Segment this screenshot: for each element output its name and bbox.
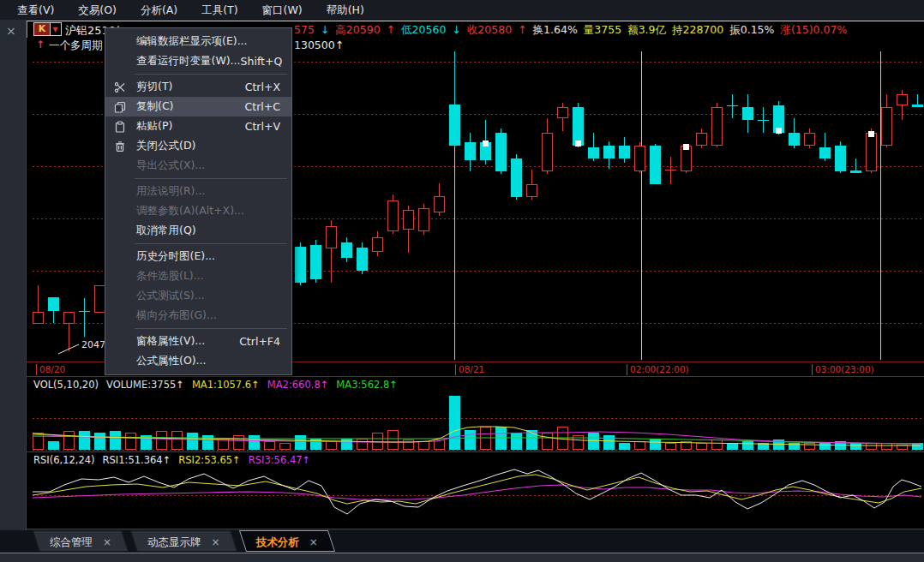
quote-field: 高20590	[335, 23, 380, 38]
copy-icon	[113, 100, 127, 114]
menu-item-label: 取消常用(Q)	[136, 224, 196, 238]
menu-separator	[135, 328, 287, 329]
quote-field: 量3755	[584, 23, 621, 38]
menu-item-label: 窗格属性(V)...	[136, 334, 205, 349]
bottom-tab-bar: 综合管理×动态显示牌×技术分析×	[0, 530, 924, 553]
menu-item-label: 编辑数据栏显示项(E)...	[136, 34, 248, 49]
up-arrow-icon: ↑	[36, 39, 45, 51]
context-menu-item-16: 横向分布图(G)...	[105, 306, 291, 326]
menubar: 查看(V)交易(O)分析(A)工具(T)窗口(W)帮助(H)	[0, 0, 924, 20]
tab-2[interactable]: 技术分析×	[243, 530, 332, 552]
tab-close-icon[interactable]: ×	[96, 536, 125, 548]
close-icon[interactable]: ×	[6, 25, 16, 37]
tab-label: 综合管理	[36, 535, 96, 548]
chart-lines-svg	[27, 377, 924, 452]
tab-close-icon[interactable]: ×	[303, 536, 332, 548]
tab-1[interactable]: 动态显示牌×	[134, 530, 234, 552]
chevron-down-icon[interactable]: ▼	[50, 22, 62, 36]
menu-separator	[135, 74, 287, 75]
menu-item-label: 横向分布图(G)...	[136, 308, 217, 323]
k-chart-button[interactable]: K	[33, 22, 51, 36]
context-menu-item-13[interactable]: 历史分时图(E)...	[105, 247, 291, 266]
quote-data-strip: 575↓高20590↑低20560↓收20580↑换1.64%量3755额3.9…	[294, 23, 847, 38]
menu-item-label: 公式属性(O)...	[136, 354, 207, 368]
menubar-item-4[interactable]: 窗口(W)	[250, 0, 315, 20]
menu-item-shortcut: Ctrl+X	[245, 81, 280, 93]
menu-item-shortcut: Ctrl+C	[245, 100, 280, 113]
menu-item-shortcut: Shift+Q	[241, 55, 283, 68]
quote-field: 额3.9亿	[627, 23, 666, 38]
quote-field: 振0.15%	[729, 23, 774, 38]
menubar-item-0[interactable]: 查看(V)	[5, 0, 66, 20]
menubar-item-5[interactable]: 帮助(H)	[315, 0, 376, 20]
menu-item-label: 公式测试(S)...	[136, 289, 205, 303]
menubar-item-2[interactable]: 分析(A)	[129, 0, 189, 20]
time-label: 02:00(22:00)	[627, 364, 689, 375]
quote-field: ↑	[518, 23, 526, 38]
quote-field: 涨(15)0.07%	[780, 23, 847, 38]
menu-item-label: 条件选股(L)...	[136, 269, 204, 284]
context-menu-item-10: 调整参数(A)(Alt+X)...	[105, 201, 291, 221]
trash-icon	[113, 140, 127, 153]
menu-item-shortcut: Ctrl+F4	[239, 335, 280, 348]
quote-field: ↓	[452, 23, 460, 38]
context-menu-item-15: 公式测试(S)...	[105, 286, 291, 306]
left-sidebar: ×	[0, 20, 27, 530]
menu-item-label: 导出公式(X)...	[136, 158, 205, 173]
context-menu-item-3[interactable]: 剪切(T)Ctrl+X	[105, 77, 291, 97]
menu-item-label: 历史分时图(E)...	[136, 249, 215, 264]
quote-field: ↑	[387, 23, 395, 38]
quote-field: 收20580	[467, 23, 512, 38]
context-menu-item-14: 条件选股(L)...	[105, 266, 291, 286]
menu-item-label: 调整参数(A)(Alt+X)...	[136, 204, 244, 218]
price-annotation: 2047	[81, 339, 105, 350]
indicator-value-label: 130500↑	[294, 39, 344, 51]
tab-close-icon[interactable]: ×	[205, 536, 234, 548]
menu-item-shortcut: Ctrl+V	[245, 120, 280, 133]
quote-field: 低20560	[401, 23, 446, 38]
context-menu-item-9: 用法说明(R)...	[105, 182, 291, 201]
quote-field: ↓	[321, 23, 329, 38]
scissors-icon	[113, 81, 127, 94]
context-menu-item-5[interactable]: 粘贴(P)Ctrl+V	[105, 117, 291, 136]
menu-item-label: 剪切(T)	[136, 80, 172, 94]
status-bar	[0, 553, 924, 562]
time-label: 08/21	[455, 364, 484, 375]
tab-label: 动态显示牌	[134, 535, 205, 548]
chart-lines-svg	[27, 452, 924, 529]
menu-item-label: 用法说明(R)...	[136, 184, 205, 199]
rsi-pane[interactable]: RSI(6,12,24)RSI1:51.364↑RSI2:53.65↑RSI3:…	[27, 452, 924, 529]
volume-pane[interactable]: VOL(5,10,20)VOLUME:3755↑MA1:1057.6↑MA2:6…	[27, 377, 924, 452]
menu-item-label: 粘贴(P)	[136, 119, 172, 134]
context-menu: 编辑数据栏显示项(E)...查看运行时变量(W)...Shift+Q剪切(T)C…	[105, 27, 292, 375]
context-menu-item-11[interactable]: 取消常用(Q)	[105, 221, 291, 241]
context-menu-item-6[interactable]: 关闭公式(D)	[105, 136, 291, 156]
tab-0[interactable]: 综合管理×	[36, 530, 125, 552]
context-menu-item-18[interactable]: 窗格属性(V)...Ctrl+F4	[105, 332, 291, 351]
context-menu-item-1[interactable]: 查看运行时变量(W)...Shift+Q	[105, 51, 291, 71]
tab-label: 技术分析	[243, 535, 303, 548]
paste-icon	[113, 120, 127, 134]
menubar-item-1[interactable]: 交易(O)	[66, 0, 129, 20]
context-menu-item-4[interactable]: 复制(C)Ctrl+C	[105, 97, 291, 117]
menu-item-label: 查看运行时变量(W)...	[136, 54, 241, 69]
tab-strip: 综合管理×动态显示牌×技术分析×	[36, 530, 340, 552]
menubar-item-3[interactable]: 工具(T)	[189, 0, 249, 20]
quote-field: 575	[294, 23, 315, 38]
quote-field: 换1.64%	[533, 23, 578, 38]
menu-item-label: 复制(C)	[136, 99, 173, 114]
menu-separator	[135, 178, 287, 179]
menu-item-label: 关闭公式(D)	[136, 139, 195, 153]
time-label: 03:00(23:00)	[812, 364, 874, 375]
time-label: 08/20	[36, 364, 65, 375]
context-menu-item-19[interactable]: 公式属性(O)...	[105, 351, 291, 371]
menu-separator	[135, 243, 287, 244]
quote-field: 持228700	[672, 23, 723, 38]
context-menu-item-0[interactable]: 编辑数据栏显示项(E)...	[105, 32, 291, 51]
context-menu-item-7: 导出公式(X)...	[105, 156, 291, 176]
